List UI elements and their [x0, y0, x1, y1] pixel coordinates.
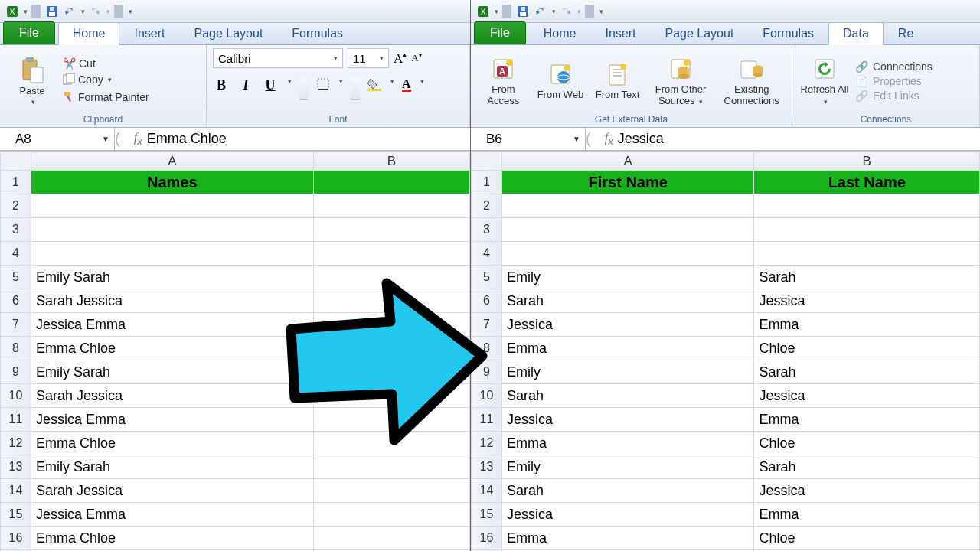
- tab-file[interactable]: File: [3, 21, 55, 44]
- row-header[interactable]: 8: [1, 337, 31, 360]
- row-header[interactable]: 13: [1, 455, 31, 479]
- cell[interactable]: Names: [31, 171, 313, 194]
- undo-icon[interactable]: [62, 4, 77, 19]
- cell[interactable]: Sarah Jessica: [31, 289, 313, 313]
- cell[interactable]: Emily Sarah: [31, 266, 313, 289]
- cell[interactable]: [313, 289, 469, 313]
- col-header-B[interactable]: B: [313, 152, 469, 171]
- qat-customize-icon[interactable]: ▾: [598, 8, 603, 15]
- select-all-cell[interactable]: [472, 152, 502, 171]
- row-header[interactable]: 12: [1, 432, 31, 455]
- row-header[interactable]: 4: [1, 242, 31, 266]
- row-header[interactable]: 10: [472, 384, 502, 408]
- row-header[interactable]: 2: [472, 194, 502, 218]
- cell[interactable]: Sarah: [501, 479, 753, 503]
- col-header-A[interactable]: A: [501, 152, 753, 171]
- col-header-A[interactable]: A: [31, 152, 313, 171]
- border-dropdown-icon[interactable]: ▾: [338, 77, 343, 100]
- fill-color-button[interactable]: [368, 77, 381, 100]
- cell[interactable]: [313, 408, 469, 432]
- worksheet-grid[interactable]: AB1Names2345Emily Sarah6Sarah Jessica7Je…: [0, 151, 470, 551]
- cell[interactable]: Sarah Jessica: [31, 479, 313, 503]
- save-icon[interactable]: [44, 4, 60, 19]
- existing-connections-button[interactable]: Existing Connections: [718, 55, 786, 106]
- undo-dropdown-icon[interactable]: ▾: [550, 8, 556, 15]
- cell[interactable]: Sarah: [754, 266, 980, 289]
- cell[interactable]: Jessica: [754, 384, 980, 408]
- qat-customize-icon[interactable]: ▾: [127, 8, 132, 15]
- tab-insert[interactable]: Insert: [119, 22, 179, 44]
- cell[interactable]: [501, 218, 753, 242]
- tab-page-layout[interactable]: Page Layout: [179, 22, 277, 44]
- cell[interactable]: Emma: [501, 432, 753, 455]
- row-header[interactable]: 13: [472, 455, 502, 479]
- cell[interactable]: [313, 479, 469, 503]
- cell[interactable]: Jessica: [754, 289, 980, 313]
- cell[interactable]: Emily: [501, 455, 753, 479]
- fx-icon[interactable]: fx: [605, 131, 613, 147]
- copy-button[interactable]: Copy ▾: [63, 73, 149, 87]
- cell[interactable]: Jessica Emma: [31, 503, 313, 527]
- copy-dropdown-icon[interactable]: ▾: [106, 76, 112, 83]
- save-icon[interactable]: [515, 4, 531, 19]
- cell[interactable]: [313, 360, 469, 384]
- tab-file[interactable]: File: [474, 21, 526, 44]
- row-header[interactable]: 16: [1, 527, 31, 550]
- cell[interactable]: [754, 242, 980, 266]
- cell[interactable]: [313, 194, 469, 218]
- qat-dropdown-icon[interactable]: ▾: [493, 8, 498, 15]
- grow-font-icon[interactable]: A▴: [394, 51, 407, 67]
- font-color-dropdown-icon[interactable]: ▾: [419, 77, 424, 100]
- qat-dropdown-icon[interactable]: ▾: [22, 8, 28, 15]
- cell[interactable]: Jessica Emma: [31, 313, 313, 337]
- redo-icon[interactable]: [87, 4, 103, 19]
- from-web-button[interactable]: From Web: [534, 60, 586, 100]
- row-header[interactable]: 1: [1, 171, 31, 194]
- undo-icon[interactable]: [533, 4, 548, 19]
- cell[interactable]: Emily Sarah: [31, 360, 313, 384]
- cell[interactable]: [31, 194, 313, 218]
- tab-insert[interactable]: Insert: [590, 22, 650, 44]
- row-header[interactable]: 15: [1, 503, 31, 527]
- cell[interactable]: [754, 194, 980, 218]
- cell[interactable]: Sarah: [501, 384, 753, 408]
- cell[interactable]: Sarah Jessica: [31, 384, 313, 408]
- cell[interactable]: Emma Chloe: [31, 527, 313, 550]
- cell[interactable]: Chloe: [754, 432, 980, 455]
- worksheet-grid[interactable]: AB1First NameLast Name2345EmilySarah6Sar…: [471, 151, 980, 551]
- cell[interactable]: Chloe: [754, 527, 980, 550]
- formula-value[interactable]: Jessica: [618, 131, 664, 147]
- cell[interactable]: First Name: [501, 171, 753, 194]
- cell[interactable]: [501, 242, 753, 266]
- cell[interactable]: Last Name: [754, 171, 980, 194]
- border-button[interactable]: [316, 77, 330, 100]
- tab-formulas[interactable]: Formulas: [277, 22, 358, 44]
- cell[interactable]: Jessica: [754, 479, 980, 503]
- underline-button[interactable]: U: [262, 77, 279, 100]
- redo-icon[interactable]: [558, 4, 573, 19]
- tab-review[interactable]: Re: [884, 22, 917, 44]
- row-header[interactable]: 6: [472, 289, 502, 313]
- font-size-select[interactable]: 11▾: [348, 48, 389, 68]
- from-other-sources-button[interactable]: From Other Sources ▾: [648, 55, 713, 106]
- cell[interactable]: Chloe: [754, 337, 980, 360]
- cell[interactable]: Jessica: [501, 313, 753, 337]
- tab-page-layout[interactable]: Page Layout: [650, 22, 748, 44]
- connections-button[interactable]: 🔗Connections: [855, 60, 933, 73]
- cell[interactable]: Sarah: [754, 455, 980, 479]
- row-header[interactable]: 8: [472, 337, 502, 360]
- row-header[interactable]: 3: [472, 218, 502, 242]
- paste-button[interactable]: Paste ▾: [6, 56, 58, 106]
- bold-button[interactable]: B: [213, 77, 230, 100]
- row-header[interactable]: 9: [1, 360, 31, 384]
- cell[interactable]: [313, 242, 469, 266]
- row-header[interactable]: 14: [472, 479, 502, 503]
- cell[interactable]: [313, 218, 469, 242]
- cell[interactable]: Emily: [501, 266, 753, 289]
- cell[interactable]: Emily: [501, 360, 753, 384]
- name-box[interactable]: B6▼: [471, 128, 586, 150]
- fx-icon[interactable]: fx: [134, 131, 142, 147]
- select-all-cell[interactable]: [1, 152, 31, 171]
- cell[interactable]: [31, 242, 313, 266]
- row-header[interactable]: 5: [472, 266, 502, 289]
